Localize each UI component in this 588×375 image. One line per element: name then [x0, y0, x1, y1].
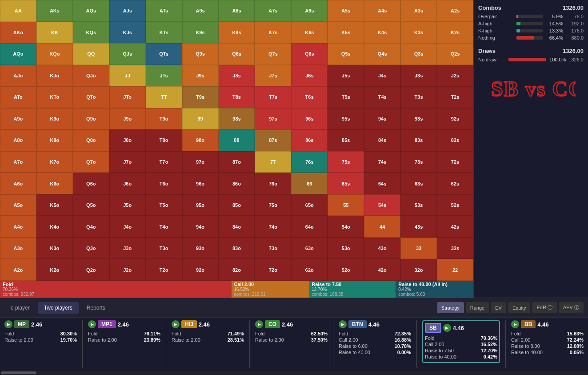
- cell-t3s[interactable]: T3s: [400, 86, 437, 108]
- cell-q8s[interactable]: Q8s: [219, 43, 255, 65]
- cell-aa[interactable]: AA: [0, 0, 36, 22]
- cell-86s[interactable]: 86s: [291, 129, 328, 151]
- cell-k3o[interactable]: K3o: [36, 238, 73, 259]
- tab-reports[interactable]: Reports: [80, 302, 112, 314]
- cell-k9o[interactable]: K9o: [36, 108, 73, 130]
- cell-84o[interactable]: 84o: [219, 216, 255, 238]
- cell-94s[interactable]: 94s: [364, 108, 400, 130]
- cell-94o[interactable]: 94o: [182, 216, 219, 238]
- cell-k4o[interactable]: K4o: [36, 216, 73, 238]
- cell-83s[interactable]: 83s: [400, 129, 437, 151]
- cell-54s[interactable]: 54s: [364, 194, 400, 216]
- rtab-strategy[interactable]: Strategy: [437, 302, 464, 313]
- play-button-bb[interactable]: ▶: [511, 320, 519, 328]
- cell-54o[interactable]: 54o: [328, 216, 364, 238]
- cell-85s[interactable]: 85s: [328, 129, 364, 151]
- cell-32o[interactable]: 32o: [400, 259, 437, 281]
- cell-k5o[interactable]: K5o: [36, 194, 73, 216]
- cell-q4o[interactable]: Q4o: [73, 216, 109, 238]
- play-button-mp1[interactable]: ▶: [88, 320, 96, 328]
- cell-82o[interactable]: 82o: [219, 259, 255, 281]
- cell-j9o[interactable]: J9o: [109, 108, 146, 130]
- cell-kjo[interactable]: KJo: [36, 65, 73, 87]
- cell-j3o[interactable]: J3o: [109, 238, 146, 259]
- cell-93o[interactable]: 93o: [182, 238, 219, 259]
- cell-a6o[interactable]: A6o: [0, 173, 36, 194]
- cell-j6o[interactable]: J6o: [109, 173, 146, 194]
- cell-j9s[interactable]: J9s: [182, 65, 219, 87]
- cell-t6s[interactable]: T6s: [291, 86, 328, 108]
- cell-jj[interactable]: JJ: [109, 65, 146, 87]
- cell-j6s[interactable]: J6s: [291, 65, 328, 87]
- cell-jto[interactable]: JTo: [109, 86, 146, 108]
- cell-t2o[interactable]: T2o: [146, 259, 182, 281]
- cell-t8o[interactable]: T8o: [146, 129, 182, 151]
- cell-65o[interactable]: 65o: [291, 194, 328, 216]
- cell-qjs[interactable]: QJs: [109, 43, 146, 65]
- cell-63s[interactable]: 63s: [400, 173, 437, 194]
- cell-k5s[interactable]: K5s: [328, 22, 364, 44]
- cell-aqo[interactable]: AQo: [0, 43, 36, 65]
- cell-64o[interactable]: 64o: [291, 216, 328, 238]
- cell-53s[interactable]: 53s: [400, 194, 437, 216]
- cell-j8o[interactable]: J8o: [109, 129, 146, 151]
- cell-82s[interactable]: 82s: [437, 129, 473, 151]
- cell-a8s[interactable]: A8s: [219, 0, 255, 22]
- cell-q3o[interactable]: Q3o: [73, 238, 109, 259]
- cell-87s[interactable]: 87s: [255, 129, 291, 151]
- cell-ako[interactable]: AKo: [0, 22, 36, 44]
- cell-a5o[interactable]: A5o: [0, 194, 36, 216]
- cell-44[interactable]: 44: [364, 216, 400, 238]
- cell-j7s[interactable]: J7s: [255, 65, 291, 87]
- cell-q7s[interactable]: Q7s: [255, 43, 291, 65]
- cell-kjs[interactable]: KJs: [109, 22, 146, 44]
- cell-98o[interactable]: 98o: [182, 129, 219, 151]
- cell-76o[interactable]: 76o: [255, 173, 291, 194]
- cell-jts[interactable]: JTs: [146, 65, 182, 87]
- cell-74s[interactable]: 74s: [364, 151, 400, 173]
- cell-t7o[interactable]: T7o: [146, 151, 182, 173]
- cell-qto[interactable]: QTo: [73, 86, 109, 108]
- cell-q9s[interactable]: Q9s: [182, 43, 219, 65]
- cell-96o[interactable]: 96o: [182, 173, 219, 194]
- cell-t9s[interactable]: T9s: [182, 86, 219, 108]
- cell-q2s[interactable]: Q2s: [437, 43, 473, 65]
- cell-qq[interactable]: QQ: [73, 43, 109, 65]
- cell-ajs[interactable]: AJs: [109, 0, 146, 22]
- rtab-dev[interactable]: ΔEV ⓘ: [559, 302, 584, 313]
- cell-97s[interactable]: 97s: [255, 108, 291, 130]
- cell-j3s[interactable]: J3s: [400, 65, 437, 87]
- cell-q6s[interactable]: Q6s: [291, 43, 328, 65]
- play-button-btn[interactable]: ▶: [339, 320, 347, 328]
- cell-j5o[interactable]: J5o: [109, 194, 146, 216]
- cell-q6o[interactable]: Q6o: [73, 173, 109, 194]
- cell-43o[interactable]: 43o: [364, 238, 400, 259]
- cell-k2o[interactable]: K2o: [36, 259, 73, 281]
- cell-a9s[interactable]: A9s: [182, 0, 219, 22]
- cell-66[interactable]: 66: [291, 173, 328, 194]
- cell-52s[interactable]: 52s: [437, 194, 473, 216]
- cell-qts[interactable]: QTs: [146, 43, 182, 65]
- cell-98s[interactable]: 98s: [219, 108, 255, 130]
- cell-22[interactable]: 22: [437, 259, 473, 281]
- cell-k8s[interactable]: K8s: [219, 22, 255, 44]
- cell-j2o[interactable]: J2o: [109, 259, 146, 281]
- cell-55[interactable]: 55: [328, 194, 364, 216]
- cell-t2s[interactable]: T2s: [437, 86, 473, 108]
- cell-a7s[interactable]: A7s: [255, 0, 291, 22]
- cell-j8s[interactable]: J8s: [219, 65, 255, 87]
- cell-k9s[interactable]: K9s: [182, 22, 219, 44]
- cell-73s[interactable]: 73s: [400, 151, 437, 173]
- tab-e-player[interactable]: e player: [4, 302, 36, 314]
- cell-j2s[interactable]: J2s: [437, 65, 473, 87]
- cell-83o[interactable]: 83o: [219, 238, 255, 259]
- cell-52o[interactable]: 52o: [328, 259, 364, 281]
- cell-62o[interactable]: 62o: [291, 259, 328, 281]
- cell-77[interactable]: 77: [255, 151, 291, 173]
- cell-ajo[interactable]: AJo: [0, 65, 36, 87]
- cell-t4s[interactable]: T4s: [364, 86, 400, 108]
- cell-74o[interactable]: 74o: [255, 216, 291, 238]
- cell-a2s[interactable]: A2s: [437, 0, 473, 22]
- cell-q4s[interactable]: Q4s: [364, 43, 400, 65]
- tab-two-players[interactable]: Two players: [38, 302, 79, 314]
